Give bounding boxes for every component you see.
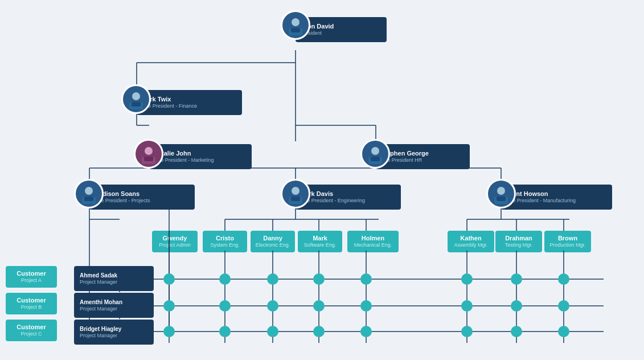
dot-brown-ahmed [558, 273, 569, 285]
dot-kathen-ahmed [461, 273, 473, 285]
natalie-card: Natalie John Vice President - Marketing [149, 144, 252, 169]
dot-danny-amenthi [267, 300, 278, 312]
svg-point-47 [292, 18, 300, 26]
dot-kathen-amenthi [461, 300, 473, 312]
svg-rect-64 [291, 197, 300, 201]
svg-rect-61 [84, 197, 93, 201]
holmen-box: Holmen Mechanical Eng. [347, 231, 399, 252]
dot-brown-amenthi [558, 300, 569, 312]
dot-gwendy-ahmed [163, 273, 175, 285]
stephen-card: Stephen George Vice President HR [376, 144, 470, 169]
dot-cristo-ahmed [219, 273, 231, 285]
mark-davis-card: Mark Davis Vice President - Engineering [296, 185, 401, 210]
brown-box: Brown Production Mgr. [544, 231, 591, 252]
svg-rect-52 [132, 102, 141, 107]
natalie-avatar [134, 139, 163, 169]
svg-point-59 [85, 187, 93, 195]
dot-brown-bridget [558, 326, 569, 337]
svg-rect-49 [291, 28, 300, 32]
kathen-box: Kathen Assembly Mgr. [448, 231, 494, 252]
mark-twix-card: Mark Twix Vice President - Finance [137, 90, 242, 115]
org-chart: Leon David President Mark Twix Vice Pres… [0, 0, 644, 360]
mark-twix-avatar [121, 84, 151, 114]
drahman-box: Drahman Testing Mgr. [495, 231, 542, 252]
cristo-box: Cristo System Eng. [203, 231, 247, 252]
brent-avatar [486, 179, 516, 208]
svg-point-50 [132, 92, 140, 100]
danny-box: Danny Electronic Eng. [251, 231, 295, 252]
dot-danny-ahmed [267, 273, 278, 285]
ahmed-card: Ahmed Sadak Project Manager [74, 266, 154, 291]
dot-holmen-bridget [360, 326, 372, 337]
brent-card: Brent Howson Vice President - Manufactur… [501, 185, 612, 210]
addison-avatar [74, 179, 104, 208]
customer-a-box: Customer Project A [6, 266, 57, 288]
addison-card: Addison Soans Vice President - Projects [89, 185, 195, 210]
mark-eng-box: Mark Software Eng. [298, 231, 342, 252]
stephen-avatar [360, 139, 390, 169]
bridget-card: Bridget Hiagley Project Manager [74, 320, 154, 345]
customer-c-box: Customer Project C [6, 320, 57, 341]
svg-rect-67 [497, 197, 506, 201]
dot-mark-ahmed [313, 273, 325, 285]
dot-holmen-amenthi [360, 300, 372, 312]
gwendy-box: Gwendy Project Admin [152, 231, 198, 252]
svg-rect-58 [371, 157, 380, 161]
mark-davis-avatar [281, 179, 310, 208]
dot-holmen-ahmed [360, 273, 372, 285]
svg-point-65 [497, 187, 505, 195]
dot-drahman-ahmed [511, 273, 522, 285]
dot-drahman-amenthi [511, 300, 522, 312]
svg-rect-55 [144, 157, 153, 161]
dot-kathen-bridget [461, 326, 473, 337]
leon-avatar [281, 10, 310, 40]
dot-mark-bridget [313, 326, 325, 337]
amenthi-card: Amenthi Mohan Project Manager [74, 293, 154, 318]
svg-point-56 [371, 147, 379, 155]
dot-danny-bridget [267, 326, 278, 337]
dot-cristo-amenthi [219, 300, 231, 312]
customer-b-box: Customer Project B [6, 293, 57, 314]
dot-gwendy-amenthi [163, 300, 175, 312]
dot-cristo-bridget [219, 326, 231, 337]
dot-drahman-bridget [511, 326, 522, 337]
svg-point-62 [292, 187, 300, 195]
svg-point-53 [145, 147, 153, 155]
dot-gwendy-bridget [163, 326, 175, 337]
dot-mark-amenthi [313, 300, 325, 312]
